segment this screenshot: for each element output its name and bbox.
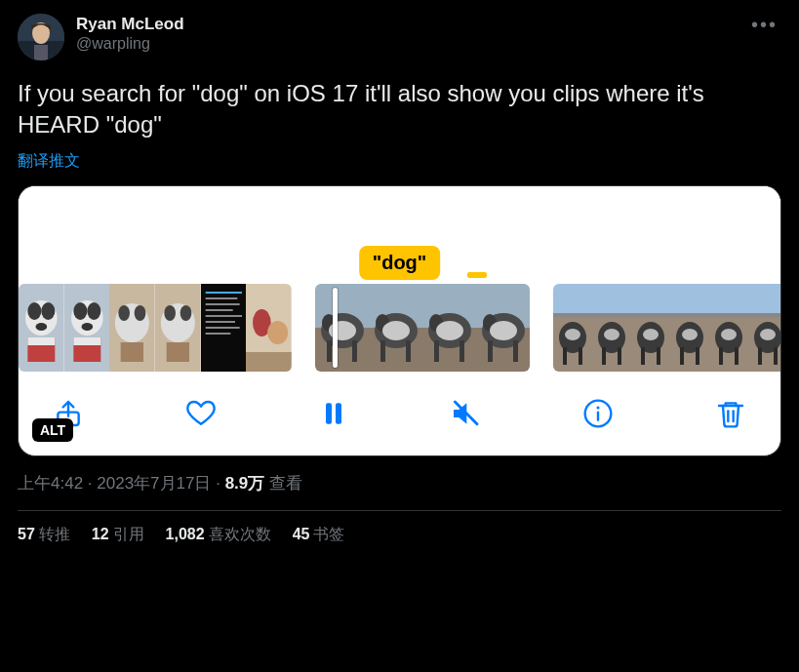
svg-rect-27 <box>167 342 189 362</box>
media-top-area: "dog" <box>19 186 780 284</box>
divider <box>18 510 781 511</box>
svg-point-21 <box>135 305 146 321</box>
svg-point-87 <box>643 329 659 340</box>
svg-rect-89 <box>657 347 660 365</box>
svg-rect-112 <box>326 403 332 423</box>
likes-stat[interactable]: 1,082喜欢次数 <box>166 525 271 545</box>
svg-point-25 <box>164 305 176 321</box>
svg-rect-30 <box>205 297 237 299</box>
thumbnail <box>592 284 631 372</box>
thumbnail <box>315 284 369 372</box>
svg-rect-92 <box>670 313 709 317</box>
svg-rect-85 <box>631 313 670 317</box>
thumbnail <box>246 284 292 372</box>
svg-rect-113 <box>336 403 341 423</box>
thumbnail <box>422 284 476 372</box>
alt-badge[interactable]: ALT <box>32 418 73 442</box>
svg-rect-81 <box>602 347 606 365</box>
svg-rect-95 <box>680 347 684 365</box>
svg-rect-34 <box>205 321 234 323</box>
trash-icon[interactable] <box>714 397 747 430</box>
thumbnail <box>553 284 592 372</box>
svg-rect-60 <box>434 340 439 362</box>
svg-rect-88 <box>641 347 645 365</box>
svg-rect-109 <box>758 347 762 365</box>
retweets-stat[interactable]: 57转推 <box>18 525 70 545</box>
svg-point-101 <box>721 329 737 340</box>
svg-rect-35 <box>205 327 239 329</box>
search-term-badge: "dog" <box>359 246 441 280</box>
svg-point-94 <box>682 329 698 340</box>
thumbnail <box>201 284 247 372</box>
thumbnail <box>109 284 155 372</box>
display-name: Ryan McLeod <box>76 14 184 34</box>
svg-point-117 <box>597 406 600 409</box>
info-icon[interactable] <box>581 397 615 430</box>
svg-rect-47 <box>352 340 357 362</box>
svg-rect-67 <box>488 340 493 362</box>
thumbnail <box>748 284 781 372</box>
pause-icon[interactable] <box>317 397 350 430</box>
svg-rect-54 <box>406 340 411 362</box>
thumbnail <box>631 284 670 372</box>
svg-point-39 <box>268 321 289 344</box>
svg-rect-61 <box>459 340 464 362</box>
clip-group-2[interactable] <box>315 284 530 372</box>
svg-rect-36 <box>205 333 230 335</box>
thumbnail <box>19 284 64 372</box>
views-label: 查看 <box>269 474 302 493</box>
tweet-meta[interactable]: 上午4:42 · 2023年7月17日 · 8.9万 查看 <box>18 472 781 494</box>
more-options-icon[interactable]: ••• <box>751 14 778 36</box>
svg-point-73 <box>565 329 580 340</box>
svg-point-14 <box>87 302 100 320</box>
svg-rect-83 <box>631 284 670 313</box>
svg-rect-96 <box>696 347 699 365</box>
tweet-text: If you search for "dog" on iOS 17 it'll … <box>18 78 781 141</box>
svg-rect-102 <box>719 347 723 365</box>
quotes-stat[interactable]: 12引用 <box>92 525 144 545</box>
thumbnail <box>670 284 709 372</box>
author-names[interactable]: Ryan McLeod @warpling <box>76 14 184 54</box>
svg-rect-32 <box>205 309 232 311</box>
svg-rect-3 <box>34 45 48 60</box>
svg-rect-17 <box>73 337 100 345</box>
svg-rect-40 <box>246 352 292 372</box>
thumbnail <box>476 284 530 372</box>
media-controls <box>19 372 780 440</box>
thumbnail <box>64 284 110 372</box>
thumbnail <box>369 284 422 372</box>
svg-point-52 <box>382 321 410 340</box>
svg-rect-69 <box>553 284 592 313</box>
svg-rect-76 <box>592 284 631 313</box>
svg-rect-106 <box>748 313 781 317</box>
views-count: 8.9万 <box>225 474 265 493</box>
heart-icon[interactable] <box>184 397 218 430</box>
tweet-date: 2023年7月17日 <box>97 474 211 493</box>
bookmarks-stat[interactable]: 45书签 <box>293 525 345 545</box>
mute-icon[interactable] <box>449 397 482 430</box>
avatar[interactable] <box>18 14 64 60</box>
svg-point-7 <box>41 302 55 320</box>
svg-rect-22 <box>121 342 143 362</box>
svg-rect-78 <box>592 313 631 317</box>
media-card[interactable]: "dog" <box>18 185 781 456</box>
clip-group-3[interactable] <box>553 284 781 372</box>
svg-rect-97 <box>709 284 748 313</box>
clip-group-1[interactable] <box>19 284 292 372</box>
handle: @warpling <box>76 34 184 54</box>
svg-rect-31 <box>205 303 239 305</box>
svg-point-15 <box>81 323 93 331</box>
svg-rect-75 <box>579 347 582 365</box>
svg-rect-74 <box>563 347 567 365</box>
thumbnail <box>155 284 201 372</box>
svg-point-26 <box>180 305 192 321</box>
playhead-indicator[interactable] <box>333 288 338 368</box>
svg-rect-71 <box>553 313 592 317</box>
svg-point-13 <box>73 302 87 320</box>
translate-link[interactable]: 翻译推文 <box>18 151 80 172</box>
svg-rect-68 <box>513 340 518 362</box>
svg-rect-46 <box>327 340 332 362</box>
svg-rect-99 <box>709 313 748 317</box>
video-timeline[interactable] <box>19 284 780 372</box>
svg-rect-82 <box>618 347 621 365</box>
